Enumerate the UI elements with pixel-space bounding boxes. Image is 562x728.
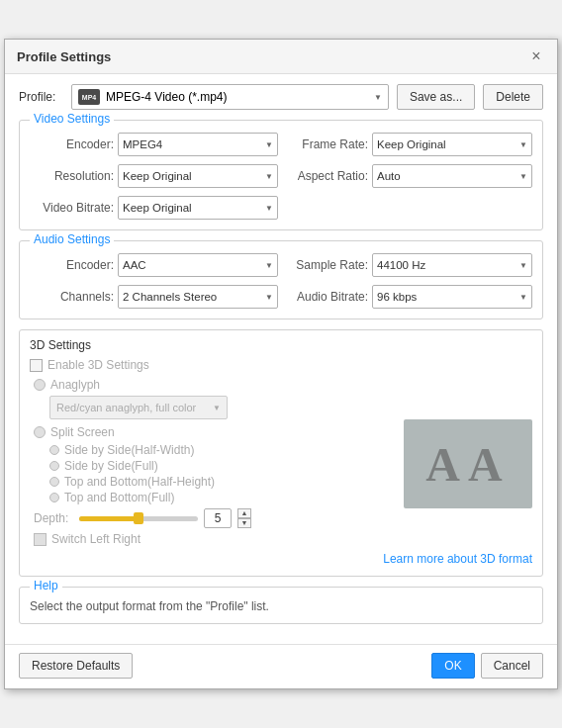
enable-3d-checkbox[interactable] [30,359,43,372]
video-settings-section: Video Settings Encoder: MPEG4 ▼ Frame Ra… [19,120,543,230]
resolution-value: Keep Original [123,170,263,182]
depth-spinner[interactable]: ▲ ▼ [237,508,251,528]
top-bottom-half-radio[interactable] [49,477,59,487]
depth-spin-down[interactable]: ▼ [237,518,251,528]
3d-options: Anaglyph Red/cyan anaglyph, full color ▼… [30,378,394,550]
anaglyph-select-arrow: ▼ [213,404,221,412]
learn-more-link[interactable]: Learn more about 3D format [30,552,532,566]
channels-arrow: ▼ [265,293,273,302]
help-text: Select the output format from the "Profi… [30,599,532,613]
anaglyph-label: Anaglyph [50,378,100,392]
audio-encoder-row: Encoder: AAC ▼ [30,253,278,277]
profile-dropdown[interactable]: MP4 MPEG-4 Video (*.mp4) ▼ [71,84,389,110]
profile-label: Profile: [19,90,63,104]
top-bottom-full-label: Top and Bottom(Full) [64,491,174,504]
audio-settings-section: Audio Settings Encoder: AAC ▼ Sample Rat… [19,240,543,319]
video-form-grid: Encoder: MPEG4 ▼ Frame Rate: Keep Origin… [30,133,532,220]
resolution-label: Resolution: [30,169,114,183]
mp4-icon: MP4 [78,89,100,105]
sample-rate-value: 44100 Hz [377,259,517,271]
side-by-side-half-row: Side by Side(Half-Width) [30,443,394,457]
video-bitrate-label: Video Bitrate: [30,201,114,215]
depth-slider-fill [79,516,139,521]
save-as-button[interactable]: Save as... [397,84,475,110]
aspect-ratio-label: Aspect Ratio: [284,169,368,183]
channels-label: Channels: [30,290,114,304]
frame-rate-label: Frame Rate: [284,137,368,151]
side-by-side-full-radio[interactable] [49,461,59,471]
anaglyph-select-dropdown[interactable]: Red/cyan anaglyph, full color ▼ [49,396,228,419]
aa-preview-box: AA [404,419,532,508]
anaglyph-select-row: Red/cyan anaglyph, full color ▼ [30,396,394,419]
encoder-row: Encoder: MPEG4 ▼ [30,133,278,156]
video-bitrate-dropdown[interactable]: Keep Original ▼ [118,196,278,220]
cancel-button[interactable]: Cancel [481,653,543,679]
side-by-side-full-row: Side by Side(Full) [30,459,394,473]
audio-bitrate-row: Audio Bitrate: 96 kbps ▼ [284,285,532,309]
depth-slider-thumb[interactable] [134,512,143,524]
depth-value-input[interactable]: 5 [204,508,232,528]
sample-rate-row: Sample Rate: 44100 Hz ▼ [284,253,532,277]
top-bottom-half-row: Top and Bottom(Half-Height) [30,475,394,489]
close-button[interactable]: × [527,47,545,65]
sample-rate-dropdown[interactable]: 44100 Hz ▼ [372,253,532,277]
aspect-ratio-dropdown[interactable]: Auto ▼ [372,164,532,188]
switch-row: Switch Left Right [30,532,394,546]
ok-button[interactable]: OK [431,653,474,679]
top-bottom-full-radio[interactable] [49,493,59,502]
frame-rate-value: Keep Original [377,138,517,150]
audio-encoder-value: AAC [123,259,263,271]
aspect-ratio-arrow: ▼ [519,172,527,181]
frame-rate-arrow: ▼ [519,140,527,149]
frame-rate-row: Frame Rate: Keep Original ▼ [284,133,532,156]
split-screen-label: Split Screen [50,425,115,439]
aspect-ratio-value: Auto [377,170,517,182]
encoder-value: MPEG4 [123,138,263,150]
3d-settings-section: 3D Settings Enable 3D Settings Anaglyph … [19,329,543,577]
title-bar: Profile Settings × [5,40,557,74]
switch-label: Switch Left Right [51,532,140,546]
anaglyph-radio-row: Anaglyph [30,378,394,392]
video-section-title: Video Settings [30,112,114,126]
encoder-dropdown[interactable]: MPEG4 ▼ [118,133,278,156]
audio-bitrate-arrow: ▼ [519,293,527,302]
audio-bitrate-dropdown[interactable]: 96 kbps ▼ [372,285,532,309]
depth-label: Depth: [34,511,73,525]
video-bitrate-arrow: ▼ [265,204,273,213]
side-by-side-half-radio[interactable] [49,445,59,455]
top-bottom-full-row: Top and Bottom(Full) [30,491,394,504]
footer-right-buttons: OK Cancel [431,653,543,679]
audio-encoder-label: Encoder: [30,258,114,272]
depth-slider[interactable] [79,516,198,521]
channels-value: 2 Channels Stereo [123,291,263,303]
resolution-arrow: ▼ [265,172,273,181]
resolution-row: Resolution: Keep Original ▼ [30,164,278,188]
audio-encoder-arrow: ▼ [265,261,273,270]
dialog-footer: Restore Defaults OK Cancel [5,644,557,688]
profile-dropdown-arrow: ▼ [374,93,382,102]
frame-rate-dropdown[interactable]: Keep Original ▼ [372,133,532,156]
video-bitrate-value: Keep Original [123,202,263,214]
anaglyph-radio[interactable] [34,379,46,391]
top-bottom-half-label: Top and Bottom(Half-Height) [64,475,215,489]
depth-spin-up[interactable]: ▲ [237,508,251,518]
3d-preview: AA [404,378,532,550]
audio-encoder-dropdown[interactable]: AAC ▼ [118,253,278,277]
side-by-side-full-label: Side by Side(Full) [64,459,158,473]
delete-button[interactable]: Delete [483,84,543,110]
dialog-content: Profile: MP4 MPEG-4 Video (*.mp4) ▼ Save… [5,74,557,644]
channels-dropdown[interactable]: 2 Channels Stereo ▼ [118,285,278,309]
sample-rate-arrow: ▼ [519,261,527,270]
sample-rate-label: Sample Rate: [284,258,368,272]
3d-body: Anaglyph Red/cyan anaglyph, full color ▼… [30,378,532,550]
encoder-label: Encoder: [30,137,114,151]
split-screen-radio-row: Split Screen [30,425,394,439]
resolution-dropdown[interactable]: Keep Original ▼ [118,164,278,188]
side-by-side-half-label: Side by Side(Half-Width) [64,443,194,457]
aa-preview-text: AA [425,437,510,492]
switch-checkbox[interactable] [34,533,47,546]
restore-defaults-button[interactable]: Restore Defaults [19,653,133,679]
split-screen-radio[interactable] [34,426,46,438]
profile-settings-dialog: Profile Settings × Profile: MP4 MPEG-4 V… [4,39,558,689]
audio-bitrate-value: 96 kbps [377,291,517,303]
